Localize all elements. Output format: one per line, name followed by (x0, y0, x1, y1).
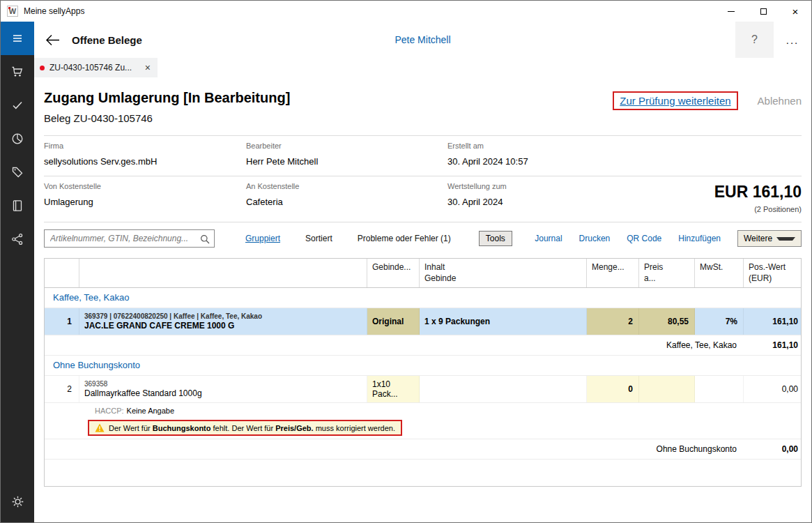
forward-for-review-link[interactable]: Zur Prüfung weiterleiten (620, 95, 730, 107)
sidebar-item-reports[interactable] (1, 122, 34, 156)
column-mwst[interactable]: MwSt. (695, 259, 744, 287)
chevron-down-icon (776, 237, 795, 241)
help-button[interactable]: ? (735, 22, 774, 58)
sidebar-item-tasks[interactable] (1, 89, 34, 122)
search-input[interactable] (45, 230, 214, 247)
preis-cell[interactable] (639, 376, 695, 402)
hamburger-menu-button[interactable] (1, 22, 34, 55)
field-value: sellysolutions Serv.ges.mbH (44, 156, 246, 167)
qr-code-link[interactable]: QR Code (627, 234, 661, 243)
column-inhalt-gebinde[interactable]: InhaltGebinde (420, 259, 587, 287)
close-button[interactable]: × (779, 1, 811, 22)
share-icon (11, 233, 24, 245)
sidebar (1, 22, 34, 522)
column-gebinde[interactable]: Gebinde... (367, 259, 420, 287)
table-header-row: Gebinde... InhaltGebinde Menge... Preisa… (45, 259, 801, 288)
document-content: Zugang Umlagerung [In Bearbeitung] Zur P… (34, 77, 811, 522)
sidebar-item-cart[interactable] (1, 55, 34, 89)
sorted-toggle[interactable]: Sortiert (305, 234, 332, 243)
group-header-kaffee[interactable]: Kaffee, Tee, Kakao (45, 288, 801, 308)
field-label: Erstellt am (447, 142, 802, 150)
more-menu-button[interactable]: ... (774, 22, 811, 58)
search-box (44, 229, 215, 248)
document-tab[interactable]: ZU-0430-105746 Zu... × (34, 58, 158, 77)
haccp-row: HACCP: Keine Angabe (45, 403, 801, 418)
settings-button[interactable] (1, 485, 34, 518)
app-window: W Meine sellyApps × (0, 0, 812, 523)
field-label: Von Kostenstelle (44, 182, 246, 190)
gear-icon (11, 495, 24, 508)
field-firma: Firma sellysolutions Serv.ges.mbH (44, 142, 246, 167)
menge-cell[interactable]: 0 (587, 376, 639, 402)
minimize-button[interactable] (715, 1, 747, 22)
tabbar: ZU-0430-105746 Zu... × (34, 58, 811, 77)
pos-wert-cell: 161,10 (744, 308, 802, 335)
field-label: Firma (44, 142, 246, 150)
total-amount: EUR 161,10 (714, 183, 802, 202)
field-an-kostenstelle: An Kostenstelle Cafeteria (246, 182, 447, 207)
tools-button[interactable]: Tools (479, 231, 512, 246)
row-number: 2 (45, 376, 79, 402)
more-actions-label: Weitere (744, 234, 772, 243)
column-pos-wert[interactable]: Pos.-Wert(EUR) (744, 259, 802, 287)
ledger-icon (11, 199, 24, 212)
field-value: Herr Pete Mitchell (246, 156, 447, 167)
field-von-kostenstelle: Von Kostenstelle Umlagerung (44, 182, 246, 207)
column-menge[interactable]: Menge... (587, 259, 639, 287)
field-value: 30. April 2024 10:57 (447, 156, 802, 167)
field-bearbeiter: Bearbeiter Herr Pete Mitchell (246, 142, 447, 167)
add-link[interactable]: Hinzufügen (678, 234, 721, 243)
group-name: Kaffee, Tee, Kakao (45, 288, 802, 308)
sidebar-item-ledger[interactable] (1, 189, 34, 222)
subtotal-row-kaffee: Kaffee, Tee, Kakao 161,10 (45, 335, 801, 356)
more-actions-dropdown[interactable]: Weitere (737, 230, 802, 247)
inhalt-gebinde-cell: 1 x 9 Packungen (420, 308, 587, 335)
close-icon: × (792, 6, 799, 17)
row-number: 1 (45, 308, 79, 335)
reject-link[interactable]: Ablehnen (758, 95, 802, 107)
list-toolbar: Gruppiert Sortiert Probleme oder Fehler … (44, 229, 802, 248)
sidebar-item-prices[interactable] (1, 156, 34, 189)
menge-cell[interactable]: 2 (587, 308, 639, 335)
journal-link[interactable]: Journal (535, 234, 562, 243)
haccp-label: HACCP: (95, 407, 124, 415)
article-cell: 369358 Dallmayrkaffee Standard 1000g (79, 376, 367, 402)
positions-table: Gebinde... InhaltGebinde Menge... Preisa… (44, 258, 802, 487)
field-value: Cafeteria (246, 197, 447, 207)
field-label: Bearbeiter (246, 142, 447, 150)
column-preis[interactable]: Preisa... (639, 259, 695, 287)
back-button[interactable] (40, 27, 65, 52)
subtotal-label: Kaffee, Tee, Kakao (45, 335, 744, 355)
sidebar-item-share[interactable] (1, 222, 34, 256)
column-article (79, 259, 367, 287)
table-row-2[interactable]: 2 369358 Dallmayrkaffee Standard 1000g 1… (45, 376, 801, 403)
subtotal-value: 0,00 (744, 439, 802, 459)
tab-close-icon[interactable]: × (144, 63, 152, 73)
warning-text: Der Wert für Buchungskonto fehlt. Der We… (109, 424, 395, 432)
article-meta: 369379 | 07622400820250 | Kaffee | Kaffe… (84, 312, 262, 321)
validation-warning: Der Wert für Buchungskonto fehlt. Der We… (88, 420, 402, 436)
preis-cell[interactable]: 80,55 (639, 308, 695, 335)
field-label: An Kostenstelle (246, 182, 447, 190)
subtotal-label: Ohne Buchungskonto (45, 439, 744, 459)
unsaved-dot-icon (40, 66, 45, 70)
user-link[interactable]: Pete Mitchell (394, 34, 450, 45)
gebinde-cell[interactable]: 1x10 Pack... (367, 376, 420, 402)
document-fields: Firma sellysolutions Serv.ges.mbH Bearbe… (44, 135, 802, 222)
appbar: Offene Belege Pete Mitchell ? ... (34, 22, 811, 58)
group-name: Ohne Buchungskonto (45, 356, 802, 375)
document-total: EUR 161,10 (2 Positionen) (714, 183, 802, 213)
window-title: Meine sellyApps (24, 6, 84, 16)
titlebar: W Meine sellyApps × (1, 1, 811, 22)
mwst-cell: 7% (695, 308, 744, 335)
maximize-button[interactable] (747, 1, 779, 22)
problems-filter[interactable]: Probleme oder Fehler (1) (358, 234, 451, 243)
search-icon[interactable] (200, 234, 210, 246)
table-row-1[interactable]: 1 369379 | 07622400820250 | Kaffee | Kaf… (45, 308, 801, 335)
grouped-toggle[interactable]: Gruppiert (245, 234, 280, 243)
checkmark-icon (11, 99, 24, 112)
gebinde-cell[interactable]: Original (367, 308, 420, 335)
haccp-value: Keine Angabe (127, 407, 175, 415)
print-link[interactable]: Drucken (579, 234, 611, 243)
group-header-ohne-buchungskonto[interactable]: Ohne Buchungskonto (45, 356, 801, 376)
